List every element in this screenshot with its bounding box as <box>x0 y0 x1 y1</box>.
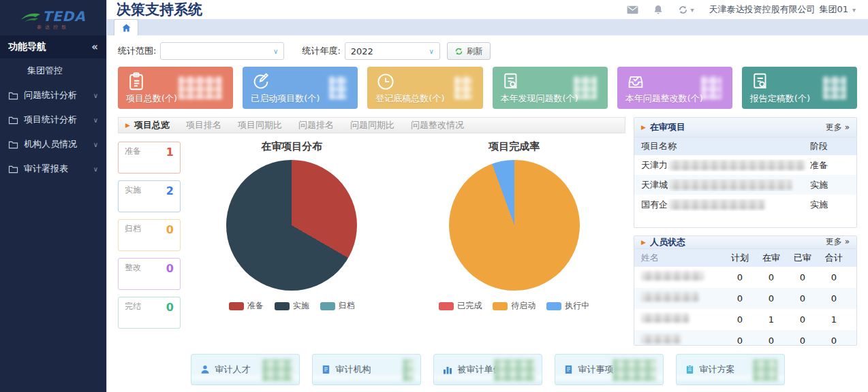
legend-item-pending[interactable]: 待启动 <box>493 300 536 312</box>
page-title: 决策支持系统 <box>117 0 627 19</box>
stat-card-label: 项目总数(个) <box>126 93 177 105</box>
pie-completion-rate[interactable] <box>449 160 580 291</box>
document-icon <box>321 364 331 375</box>
status-value: 0 <box>166 223 174 247</box>
quick-link-audit-org[interactable]: 审计机构 <box>312 354 421 385</box>
top-header: 决策支持系统 ▾ 天津泰达投资控股有限公司 集团01 ▾ <box>107 0 868 19</box>
folder-icon <box>8 116 18 125</box>
redacted-name <box>641 335 681 344</box>
col-auditing: 在审 <box>756 252 787 264</box>
legend-label: 准备 <box>247 300 264 312</box>
year-select[interactable]: 2022 ∨ <box>345 42 440 60</box>
active-tab-marker-icon: ▶ <box>125 122 130 129</box>
legend-item-prepare[interactable]: 准备 <box>229 300 264 312</box>
quick-link-label: 审计事项 <box>578 363 614 376</box>
table-row[interactable]: 天津力 准备 <box>634 155 856 175</box>
bell-icon[interactable] <box>653 5 663 15</box>
project-name-prefix: 天津城 <box>641 179 668 191</box>
content: 统计范围: ∨ 统计年度: 2022 ∨ 刷新 <box>107 35 868 392</box>
status-box-prepare: 准备 1 <box>118 142 181 174</box>
status-label: 完结 <box>125 301 141 325</box>
logo-text: TEDA <box>42 10 85 23</box>
table-row[interactable]: 天津城 实施 <box>634 175 856 195</box>
sidebar-item-label: 审计署报表 <box>24 163 88 175</box>
tab-problem-rectification[interactable]: 问题整改情况 <box>411 119 464 131</box>
cell-value: 0 <box>724 336 756 346</box>
refresh-icon[interactable]: ▾ <box>678 5 694 15</box>
more-link[interactable]: 更多 » <box>826 236 850 248</box>
status-box-rectify: 整改 0 <box>118 258 181 290</box>
stat-card-problems-found: 本年发现问题数(个) <box>493 67 608 109</box>
sidebar-item-project-stats[interactable]: 项目统计分析 ∨ <box>0 108 106 132</box>
table-header-row: 姓名 计划 在审 已审 合计 <box>634 249 856 267</box>
panel-header: ▶ 在审项目 更多 » <box>634 118 856 137</box>
quick-link-audit-talent[interactable]: 审计人才 <box>191 354 300 385</box>
legend-item-archive[interactable]: 归档 <box>320 300 355 312</box>
panel-header: ▶ 人员状态 更多 » <box>634 236 856 249</box>
table-row: 0 0 0 0 <box>634 267 856 288</box>
clock-icon <box>375 71 396 92</box>
sidebar-item-audit-reports[interactable]: 审计署报表 ∨ <box>0 157 106 181</box>
tab-problem-ranking[interactable]: 问题排名 <box>298 119 334 131</box>
quick-link-label: 审计人才 <box>215 363 251 376</box>
folder-icon <box>8 165 18 174</box>
sidebar-item-problem-stats[interactable]: 问题统计分析 ∨ <box>0 83 106 108</box>
col-stage: 阶段 <box>810 140 850 152</box>
quick-link-audit-matters[interactable]: 审计事项 <box>555 354 664 385</box>
legend-item-implement[interactable]: 实施 <box>275 300 309 312</box>
legend-swatch <box>275 302 290 310</box>
sidebar-item-org-staff[interactable]: 机构人员情况 ∨ <box>0 132 106 157</box>
quick-links: 审计人才 审计机构 被审计单位 <box>118 354 857 385</box>
more-link[interactable]: 更多 » <box>826 122 850 133</box>
legend-swatch <box>320 302 335 310</box>
tab-project-yoy[interactable]: 项目同期比 <box>238 119 282 131</box>
quick-link-audited-units[interactable]: 被审计单位 <box>433 354 542 385</box>
redacted-value <box>454 76 472 99</box>
redacted-value <box>403 359 414 381</box>
sidebar-item-group-control[interactable]: 集团管控 <box>0 59 106 83</box>
legend-label: 已完成 <box>457 300 482 312</box>
logo-swoosh-icon <box>20 11 41 23</box>
tab-project-overview[interactable]: ▶ 项目总览 <box>125 119 170 131</box>
sidebar-collapse-icon[interactable]: « <box>91 41 98 53</box>
legend-item-completed[interactable]: 已完成 <box>439 300 482 312</box>
tab-home[interactable] <box>114 19 138 35</box>
tab-problem-yoy[interactable]: 问题同期比 <box>350 119 394 131</box>
chart-legend: 已完成 待启动 执行中 <box>439 300 589 312</box>
bar-chart-icon <box>442 364 453 375</box>
cell-value: 0 <box>756 293 787 304</box>
panel-marker-icon: ▶ <box>641 124 646 131</box>
project-name-prefix: 国有企 <box>641 199 668 211</box>
table-row[interactable]: 国有企 实施 <box>634 195 856 214</box>
legend-swatch <box>439 302 454 310</box>
panel-marker-icon: ▶ <box>641 239 646 246</box>
chevron-down-icon: ∨ <box>429 48 433 55</box>
app-root: TEDA 泰达控股 功能导航 « 集团管控 问题统计分析 ∨ 项目统计分析 ∨ <box>0 0 868 392</box>
caret-down-icon: ▾ <box>690 6 694 14</box>
company-name: 天津泰达投资控股有限公司 <box>709 3 815 16</box>
project-stage: 实施 <box>810 199 850 211</box>
scope-select[interactable]: ∨ <box>160 42 284 60</box>
edit-circle-icon <box>251 71 271 92</box>
mail-icon[interactable] <box>627 5 638 14</box>
pie-project-distribution[interactable] <box>226 160 357 291</box>
status-label: 归档 <box>125 223 141 247</box>
refresh-button[interactable]: 刷新 <box>447 42 491 60</box>
table-row: 0 0 0 0 <box>634 330 856 346</box>
staff-table: 姓名 计划 在审 已审 合计 0 0 0 0 <box>634 249 856 346</box>
cell-value: 0 <box>818 272 850 282</box>
legend-item-running[interactable]: 执行中 <box>546 300 589 312</box>
table-header-row: 项目名称 阶段 <box>634 137 856 155</box>
chevron-down-icon: ∨ <box>93 92 98 99</box>
refresh-button-label: 刷新 <box>467 46 483 57</box>
stat-card-final-reports: 报告定稿数(个) <box>742 67 857 109</box>
company-menu[interactable]: 天津泰达投资控股有限公司 集团01 ▾ <box>709 3 856 16</box>
cell-value: 0 <box>787 293 818 304</box>
tab-project-ranking[interactable]: 项目排名 <box>186 119 221 131</box>
redacted-value <box>262 359 292 381</box>
section-tab-bar: ▶ 项目总览 项目排名 项目同期比 问题排名 问题同期比 问题整改情况 <box>118 117 625 133</box>
document-icon <box>563 364 574 375</box>
chart-project-distribution: 在审项目分布 准备 实施 <box>181 139 403 346</box>
quick-link-audit-plans[interactable]: 审计方案 <box>676 354 785 385</box>
status-value: 2 <box>166 184 174 208</box>
